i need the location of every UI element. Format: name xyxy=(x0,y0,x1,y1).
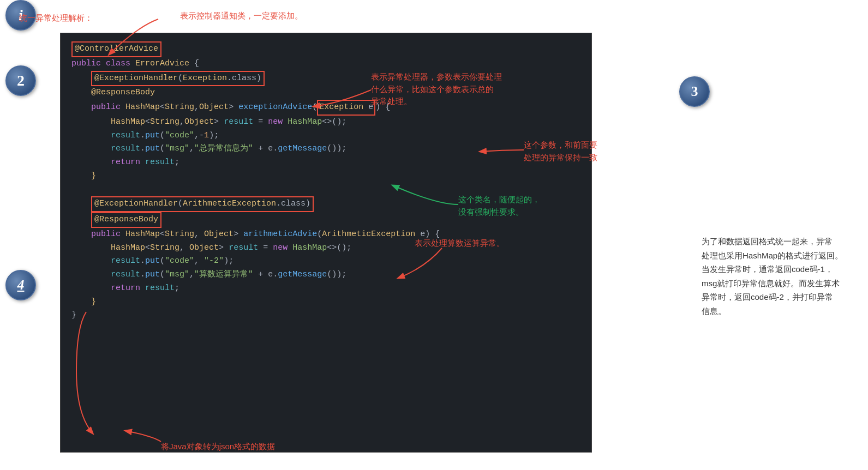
step-badge-4: 4 xyxy=(5,270,36,300)
code-line-17: result.put("msg","算数运算异常" + e.getMessage… xyxy=(71,268,580,282)
code-line-7: result.put("code",-1); xyxy=(71,129,580,143)
ann-json: 将Java对象转为json格式的数据 xyxy=(161,441,275,453)
code-line-9: return result; xyxy=(71,156,580,170)
step-badge-2: 2 xyxy=(5,65,36,96)
right-annotation-box: 为了和数据返回格式统一起来，异常 处理也采用HashMap的格式进行返回。 当发… xyxy=(702,234,860,318)
code-line-1: @ControllerAdvice xyxy=(71,41,580,57)
code-line-6: HashMap<String,Object> result = new Hash… xyxy=(71,116,580,129)
ann-controller-advice: 表示控制器通知类，一定要添加。 xyxy=(180,10,303,22)
ann-param-consistent: 这个参数，和前面要处理的异常保持一致 xyxy=(524,139,649,164)
ann-arithmetic: 表示处理算数运算异常。 xyxy=(415,237,535,250)
code-line-19: } xyxy=(71,296,580,309)
page-container: i 2 4 3 @ControllerAdvice public class E… xyxy=(0,0,868,470)
code-line-16: result.put("code", "-2"); xyxy=(71,255,580,268)
ann-class-name: 这个类名，随便起的，没有强制性要求。 xyxy=(458,194,578,218)
code-line-10: } xyxy=(71,170,580,183)
code-line-8: result.put("msg","总异常信息为" + e.getMessage… xyxy=(71,142,580,156)
code-line-2: public class ErrorAdvice { xyxy=(71,57,580,71)
ann-exception-handler: 表示异常处理器，参数表示你要处理 什么异常，比如这个参数表示总的 异常处理。 xyxy=(371,71,529,108)
code-line-18: return result; xyxy=(71,282,580,296)
step-badge-3: 3 xyxy=(679,76,710,107)
ann-top-left: 统一异常处理解析： xyxy=(19,12,93,25)
code-line-20: } xyxy=(71,309,580,322)
